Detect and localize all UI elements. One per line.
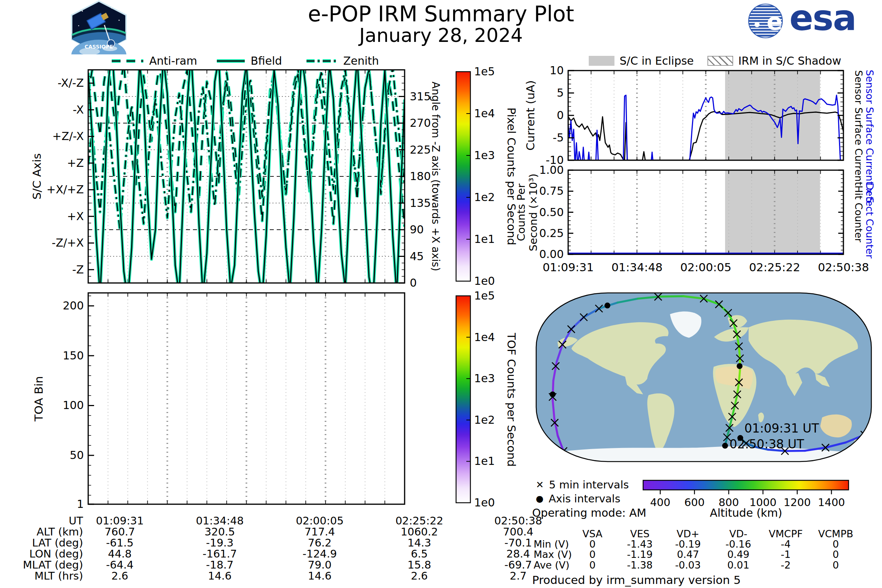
pointing-panel: -X/-Z-X+Z/-X+Z+X/+Z+X-Z/+X-Z315270225180… [46,46,431,301]
ephemeris-row-label: MLAT (deg) [0,559,83,571]
axis-interval-legend: ● Axis intervals [536,492,620,505]
counts-tick-label: 0.50 [539,206,564,219]
time-tick-label: 02:25:22 [749,261,800,274]
svg-text:e: e [766,8,782,35]
tof-colorbar: 1e51e41e31e21e11e0 [456,289,495,509]
voltage-row-label: Ave (V) [534,560,570,571]
angle-tick-label: 180 [410,170,431,183]
altitude-colorbar: 400600800100012001400 [643,480,849,508]
pointing-ylabel: S/C Axis [30,153,44,200]
ephemeris-cell: 28.4 [506,548,530,560]
five-min-legend-label: 5 min intervals [549,478,629,491]
angle-tick-label: 270 [410,117,431,129]
bfield-line-sample-icon [216,56,246,66]
eclipse-swatch-icon [589,56,615,66]
colorbar-tick-label: 1e5 [474,65,495,78]
voltage-header: VMCPF [769,528,802,540]
axis-interval-legend-label: Axis intervals [549,492,620,505]
esa-logo: e esa [746,2,867,39]
current-tick-label: 10 [550,64,564,77]
altitude-bar-label: Altitude (km) [710,506,782,519]
tof-colorbar-label: TOF Counts per Second [505,333,518,467]
shadow-hatch-swatch-icon [707,56,733,66]
toa-tick-label: 50 [70,449,84,462]
colorbar-tick-label: 1e1 [474,454,495,468]
angle-tick-label: 45 [410,250,424,263]
ephemeris-cell: 320.5 [204,525,235,538]
time-tick-label: 02:50:38 [818,261,869,274]
voltage-cell: 0.49 [727,549,749,560]
sc-axis-tick-label: +Z [67,156,84,170]
voltage-cell: -1.43 [627,538,652,550]
voltage-header: VD+ [676,528,699,540]
current-tick-label: -5 [553,131,564,144]
ephemeris-cell: 2.6 [411,570,428,582]
sc-axis-tick-label: -X [73,103,84,116]
map-annotation: 02:50:38 UT [729,437,804,451]
zenith-line-sample-icon [306,56,338,66]
ephemeris-cell: -19.3 [206,537,233,549]
cassiope-logo: CASSIOPE [68,0,130,54]
toa-tick-label: 150 [63,349,84,362]
colorbar-tick-label: 1e1 [474,232,495,246]
voltage-cell: -1.38 [627,560,652,571]
voltage-cell: -0.03 [675,560,701,571]
sc-axis-tick-label: +Z/-X [52,130,84,142]
counts-tick-label: 1.00 [539,164,564,176]
voltage-cell: 0 [832,538,838,550]
ephemeris-cell: 14.6 [308,570,332,582]
voltage-header: VCMPB [818,528,853,540]
colorbar-tick-label: 1e4 [474,331,495,344]
voltage-cell: 0 [589,549,596,560]
ephemeris-cell: 76.2 [308,537,332,549]
ephemeris-cell: -69.7 [504,559,532,571]
ephemeris-cell: 15.8 [408,559,432,571]
voltage-cell: -4 [781,538,791,550]
ephemeris-cell: -64.4 [106,559,134,571]
altitude-tick-label: 400 [650,496,670,508]
altitude-tick-label: 1400 [818,496,845,508]
ephemeris-row-label: LAT (deg) [0,537,83,549]
voltage-header: VES [630,528,650,540]
altitude-tick-label: 600 [684,496,705,508]
legend-antiram-label: Anti-ram [149,54,197,67]
ephemeris-row-label: MLT (hrs) [0,570,83,582]
ephemeris-row-label: LON (deg) [0,548,83,560]
sensor-current-label: Sensor Surface Current [853,70,864,186]
ephemeris-row-label: UT [0,514,83,527]
ephemeris-cell: 14.6 [208,570,232,582]
hit-counter-label: Hit Counter [853,186,864,243]
counts-tick-label: 0.25 [539,227,564,240]
sc-axis-tick-label: -X/-Z [58,76,84,89]
time-tick-label: 01:34:48 [612,261,663,274]
colorbar-tick-label: 1e2 [474,191,495,204]
ephemeris-cell: 79.0 [308,559,332,571]
legend-antiram: Anti-ram [111,54,197,67]
ephemeris-cell: 2.7 [510,570,526,582]
colorbar-tick-label: 1e2 [474,413,495,426]
ephemeris-cell: -124.9 [303,548,337,560]
ground-track-map: 01:09:31 UT02:50:38 UT [535,291,873,463]
angle-tick-label: 225 [410,143,431,156]
ephemeris-cell: 1060.2 [400,525,438,538]
esa-globe-icon: e [746,2,786,39]
current-panel: 1050-5-10 [546,64,843,167]
colorbar-tick-label: 1e3 [474,372,495,385]
voltage-cell: -0.16 [726,538,751,550]
toa-tick-label: 100 [63,399,84,412]
legend-eclipse-label: S/C in Eclipse [620,54,694,67]
colorbar-tick-label: 1e4 [474,107,495,120]
time-tick-label: 01:09:31 [542,261,594,274]
dot-marker-icon: ● [536,494,543,504]
voltage-cell: -1.19 [627,549,652,560]
ephemeris-cell: 01:09:31 [96,514,144,527]
map-annotation: 01:09:31 UT [744,421,819,435]
voltage-cell: -0.19 [675,538,701,550]
counts-tick-label: 0.00 [539,248,564,261]
ephemeris-cell: -61.5 [106,537,134,549]
ephemeris-cell: 700.4 [503,525,533,538]
toa-tick-label: 1 [77,498,84,510]
voltage-header: VSA [582,528,603,540]
detect-counter-label: Detect Counter [864,183,875,259]
ephemeris-cell: -161.7 [202,548,237,560]
